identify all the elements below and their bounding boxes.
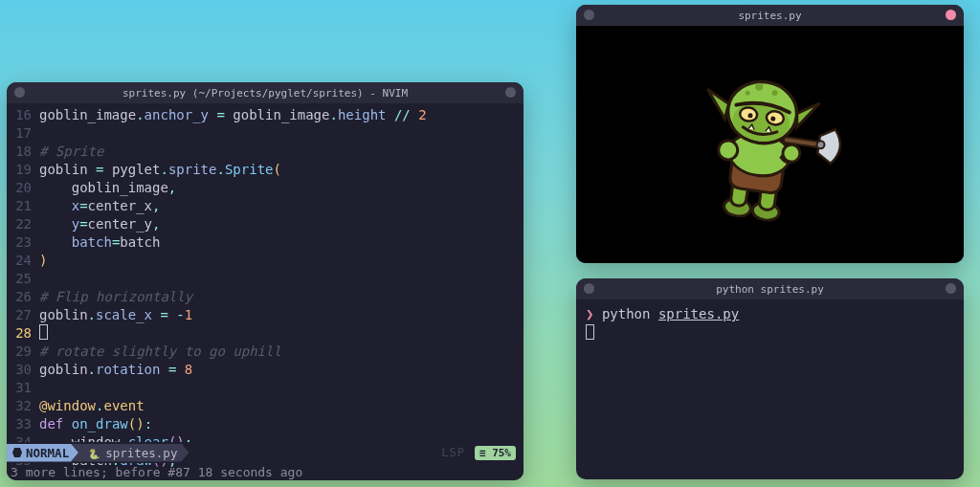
status-bar: NORMAL sprites.py LSP ≡ 75% <box>7 442 523 463</box>
line-number: 17 <box>7 124 32 143</box>
game-titlebar[interactable]: sprites.py <box>576 5 964 26</box>
window-control-icon[interactable] <box>505 87 516 98</box>
line-number: 28 <box>7 324 32 343</box>
terminal-window: python sprites.py ❯ python sprites.py <box>576 278 964 479</box>
code-line[interactable]: ) <box>39 252 523 270</box>
terminal-title: python sprites.py <box>716 283 824 296</box>
status-right: LSP ≡ 75% <box>441 446 516 460</box>
code-line[interactable]: y=center_y, <box>39 215 523 233</box>
lsp-indicator: LSP <box>441 446 465 459</box>
game-window: sprites.py <box>576 5 964 263</box>
line-number: 33 <box>7 415 32 433</box>
line-number: 32 <box>7 397 32 415</box>
cursor-icon <box>586 324 594 340</box>
window-control-icon[interactable] <box>584 10 594 20</box>
game-canvas <box>576 26 964 263</box>
vim-mode-badge: NORMAL <box>7 444 78 462</box>
code-line[interactable]: goblin.rotation = 8 <box>39 361 523 379</box>
line-number: 20 <box>7 179 32 197</box>
game-title: sprites.py <box>738 10 801 22</box>
editor-title: sprites.py (~/Projects/pyglet/sprites) -… <box>122 87 408 100</box>
window-control-icon[interactable] <box>584 283 594 294</box>
line-number: 30 <box>7 361 32 379</box>
editor-window: sprites.py (~/Projects/pyglet/sprites) -… <box>7 82 523 480</box>
terminal-line <box>586 323 954 342</box>
line-number: 18 <box>7 143 32 161</box>
terminal-arg: sprites.py <box>658 306 739 321</box>
python-icon <box>88 446 100 460</box>
prompt-icon: ❯ <box>586 306 593 321</box>
line-number: 25 <box>7 270 32 288</box>
code-line[interactable]: goblin.scale_x = -1 <box>39 306 523 324</box>
code-line[interactable]: goblin_image, <box>39 179 523 197</box>
line-number: 24 <box>7 252 32 270</box>
svg-point-1 <box>815 141 824 149</box>
line-gutter: 1617181920212223242526272829303132333435 <box>7 106 39 442</box>
code-line[interactable]: x=center_x, <box>39 197 523 215</box>
code-line[interactable] <box>39 379 523 397</box>
code-line[interactable]: batch=batch <box>39 233 523 252</box>
code-area[interactable]: 1617181920212223242526272829303132333435… <box>7 103 523 442</box>
line-number: 26 <box>7 288 32 306</box>
window-control-icon[interactable] <box>946 10 956 20</box>
code-line[interactable] <box>39 270 523 288</box>
code-line[interactable]: # Sprite <box>39 143 523 161</box>
terminal-titlebar[interactable]: python sprites.py <box>576 278 964 299</box>
code-line[interactable]: # Flip horizontally <box>39 288 523 306</box>
code-line[interactable] <box>39 324 523 343</box>
cursor-icon <box>39 324 48 340</box>
code-line[interactable] <box>39 124 523 143</box>
line-number: 19 <box>7 161 32 179</box>
line-number: 21 <box>7 197 32 215</box>
scroll-percent-badge: ≡ 75% <box>475 446 516 460</box>
terminal-body[interactable]: ❯ python sprites.py <box>576 299 964 479</box>
code-line[interactable]: goblin = pyglet.sprite.Sprite( <box>39 161 523 179</box>
file-segment: sprites.py <box>71 444 189 462</box>
terminal-command: python <box>602 306 651 321</box>
code-line[interactable]: def on_draw(): <box>39 415 523 433</box>
code-content[interactable]: goblin_image.anchor_y = goblin_image.hei… <box>39 106 523 442</box>
line-number: 27 <box>7 306 32 324</box>
window-control-icon[interactable] <box>14 87 25 98</box>
goblin-sprite <box>688 58 852 230</box>
code-line[interactable]: @window.event <box>39 397 523 415</box>
editor-titlebar[interactable]: sprites.py (~/Projects/pyglet/sprites) -… <box>7 82 523 103</box>
svg-point-8 <box>781 144 800 163</box>
line-number: 23 <box>7 233 32 252</box>
window-control-icon[interactable] <box>946 283 956 294</box>
line-number: 16 <box>7 106 32 124</box>
code-line[interactable]: goblin_image.anchor_y = goblin_image.hei… <box>39 106 523 124</box>
line-number: 31 <box>7 379 32 397</box>
svg-point-9 <box>717 140 739 162</box>
terminal-line: ❯ python sprites.py <box>586 305 954 323</box>
line-number: 29 <box>7 343 32 361</box>
filename-label: sprites.py <box>105 446 177 460</box>
line-number: 22 <box>7 215 32 233</box>
code-line[interactable]: # rotate slightly to go uphill <box>39 343 523 361</box>
